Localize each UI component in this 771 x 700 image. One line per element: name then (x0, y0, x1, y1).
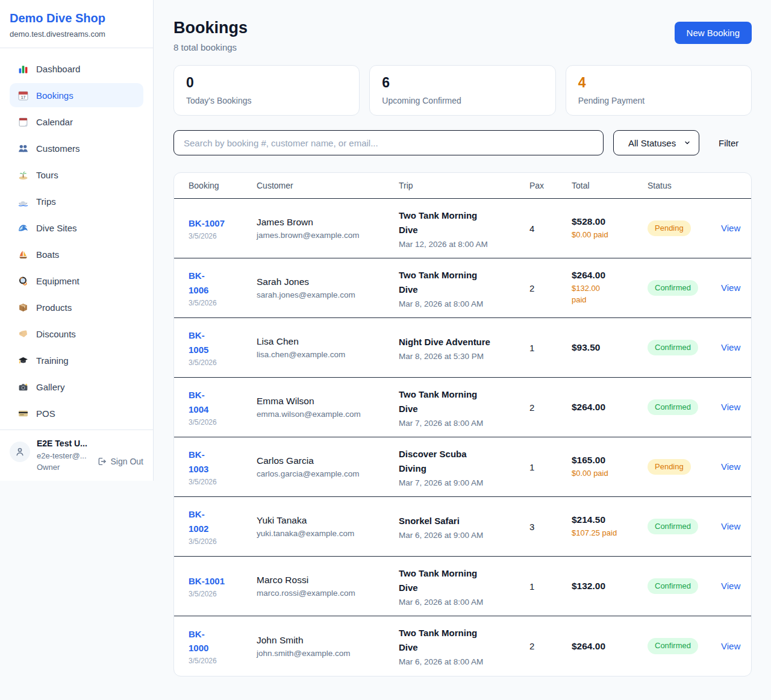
customer-cell: John Smith john.smith@example.com (257, 635, 399, 658)
sidebar-item-dive-sites[interactable]: Dive Sites (10, 216, 143, 240)
status-badge: Confirmed (648, 519, 698, 535)
table-row: BK- 1003 3/5/2026 Carlos Garcia carlos.g… (174, 437, 751, 497)
sidebar-item-equipment[interactable]: Equipment (10, 269, 143, 293)
sidebar-item-products[interactable]: Products (10, 295, 143, 319)
total-amount: $264.00 (572, 402, 648, 413)
sidebar-item-label: Bookings (36, 90, 73, 101)
total-cell: $93.50 (572, 342, 648, 353)
sidebar-item-dashboard[interactable]: Dashboard (10, 57, 143, 81)
sidebar-item-boats[interactable]: Boats (10, 242, 143, 266)
total-cell: $264.00 (572, 402, 648, 413)
view-link[interactable]: View (721, 342, 740, 352)
trip-name: Two Tank Morning Dive (399, 268, 529, 297)
status-cell: Confirmed (648, 638, 721, 654)
view-cell: View (721, 342, 737, 353)
sidebar-item-discounts[interactable]: Discounts (10, 322, 143, 346)
sign-out-label: Sign Out (111, 457, 143, 466)
sidebar-item-customers[interactable]: Customers (10, 136, 143, 160)
total-amount: $132.00 (572, 581, 648, 592)
status-select[interactable]: All Statuses (613, 130, 699, 155)
sidebar-item-label: Tours (36, 170, 58, 180)
view-link[interactable]: View (721, 402, 740, 412)
total-amount: $528.00 (572, 216, 648, 227)
trip-date: Mar 12, 2026 at 8:00 AM (399, 240, 529, 249)
wave-icon (17, 222, 28, 233)
customer-email: carlos.garcia@example.com (257, 469, 399, 478)
booking-date: 3/5/2026 (189, 537, 257, 546)
people-icon (17, 143, 28, 154)
credit-card-icon (17, 408, 28, 419)
sidebar-item-pos[interactable]: POS (10, 401, 143, 425)
status-cell: Confirmed (648, 519, 721, 535)
view-link[interactable]: View (721, 461, 740, 472)
view-cell: View (721, 461, 737, 472)
search-input[interactable] (173, 130, 604, 155)
trip-name: Discover Scuba Diving (399, 447, 529, 476)
speedboat-icon (17, 196, 28, 207)
customer-name: Emma Wilson (257, 396, 399, 407)
booking-id-link[interactable]: BK- 1006 (189, 269, 257, 297)
customer-cell: Sarah Jones sarah.jones@example.com (257, 277, 399, 299)
view-link[interactable]: View (721, 283, 740, 293)
stat-value: 4 (578, 75, 739, 92)
pax-cell: 1 (529, 462, 572, 472)
trip-date: Mar 6, 2026 at 9:00 AM (399, 531, 529, 540)
view-cell: View (721, 521, 737, 532)
booking-id-link[interactable]: BK- 1004 (189, 388, 257, 416)
booking-id-link[interactable]: BK- 1005 (189, 328, 257, 357)
sidebar-item-tours[interactable]: Tours (10, 163, 143, 187)
island-icon (17, 169, 28, 180)
table-row: BK-1001 3/5/2026 Marco Rossi marco.rossi… (174, 557, 751, 616)
status-cell: Pending (648, 459, 721, 475)
booking-id-link[interactable]: BK-1001 (189, 574, 257, 588)
pax-cell: 2 (529, 402, 572, 413)
trip-cell: Two Tank Morning Dive Mar 7, 2026 at 8:0… (399, 387, 529, 428)
sign-out-button[interactable]: Sign Out (97, 457, 143, 466)
view-link[interactable]: View (721, 223, 740, 233)
status-badge: Pending (648, 459, 691, 475)
sidebar-item-bookings[interactable]: 17 Bookings (10, 83, 143, 107)
sidebar-item-training[interactable]: Training (10, 348, 143, 372)
bar-chart-icon (17, 63, 28, 74)
sidebar-item-trips[interactable]: Trips (10, 189, 143, 213)
shop-name: Demo Dive Shop (10, 11, 143, 25)
view-link[interactable]: View (721, 581, 740, 591)
sidebar-item-gallery[interactable]: Gallery (10, 375, 143, 399)
booking-cell: BK-1001 3/5/2026 (189, 574, 257, 598)
logo-section: Demo Dive Shop demo.test.divestreams.com (0, 0, 153, 48)
table-row: BK- 1006 3/5/2026 Sarah Jones sarah.jone… (174, 258, 751, 318)
booking-id-link[interactable]: BK- 1003 (189, 448, 257, 476)
stat-card: 0 Today's Bookings (173, 65, 360, 116)
trip-cell: Two Tank Morning Dive Mar 6, 2026 at 8:0… (399, 566, 529, 607)
pax-cell: 2 (529, 641, 572, 651)
booking-id-link[interactable]: BK-1007 (189, 216, 257, 230)
sidebar-item-label: Trips (36, 196, 56, 207)
stat-card: 4 Pending Payment (566, 65, 752, 116)
trip-cell: Two Tank Morning Dive Mar 12, 2026 at 8:… (399, 208, 529, 249)
shop-domain: demo.test.divestreams.com (10, 30, 143, 39)
trip-cell: Snorkel Safari Mar 6, 2026 at 9:00 AM (399, 514, 529, 540)
view-cell: View (721, 283, 737, 293)
booking-date: 3/5/2026 (189, 590, 257, 598)
column-header-booking: Booking (189, 181, 257, 190)
new-booking-button[interactable]: New Booking (675, 22, 752, 44)
customer-email: emma.wilson@example.com (257, 410, 399, 419)
booking-id-link[interactable]: BK- 1000 (189, 627, 257, 655)
customer-name: Yuki Tanaka (257, 515, 399, 526)
view-cell: View (721, 402, 737, 413)
sidebar-item-calendar[interactable]: Calendar (10, 110, 143, 134)
booking-id-link[interactable]: BK- 1002 (189, 507, 257, 536)
trip-cell: Night Dive Adventure Mar 8, 2026 at 5:30… (399, 335, 529, 361)
filter-button[interactable]: Filter (709, 130, 748, 155)
trip-date: Mar 7, 2026 at 8:00 AM (399, 419, 529, 428)
stat-value: 6 (382, 75, 543, 92)
total-cell: $165.00 $0.00 paid (572, 455, 648, 480)
paid-amount: $0.00 paid (572, 230, 648, 241)
column-header-customer: Customer (257, 181, 399, 190)
view-link[interactable]: View (721, 521, 740, 531)
table-row: BK-1007 3/5/2026 James Brown james.brown… (174, 199, 751, 258)
table-row: BK- 1004 3/5/2026 Emma Wilson emma.wilso… (174, 378, 751, 437)
sidebar-nav: Dashboard 17 Bookings Calendar Customers… (0, 48, 153, 436)
status-badge: Confirmed (648, 638, 698, 654)
view-link[interactable]: View (721, 641, 740, 651)
